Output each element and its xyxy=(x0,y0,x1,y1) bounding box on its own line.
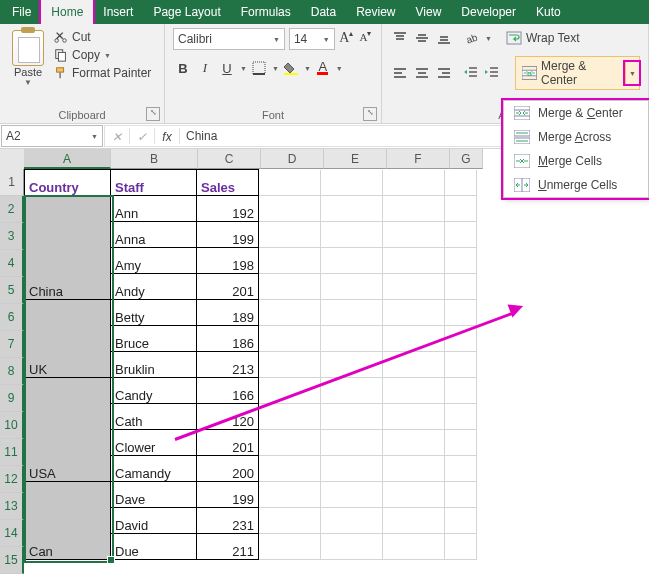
cell[interactable] xyxy=(259,196,321,222)
cell[interactable] xyxy=(321,196,383,222)
cell[interactable]: Andy xyxy=(111,274,197,300)
cell[interactable] xyxy=(445,534,477,560)
orientation-button[interactable]: ab xyxy=(462,28,482,48)
cell[interactable]: 231 xyxy=(197,508,259,534)
row-header-2[interactable]: 2 xyxy=(0,196,24,223)
cell[interactable]: Cath xyxy=(111,404,197,430)
cell[interactable] xyxy=(383,456,445,482)
cell[interactable]: 120 xyxy=(197,404,259,430)
cell[interactable] xyxy=(445,430,477,456)
cell[interactable] xyxy=(259,248,321,274)
row-header-5[interactable]: 5 xyxy=(0,277,24,304)
cell[interactable] xyxy=(445,352,477,378)
col-header-A[interactable]: A xyxy=(24,149,111,169)
cell[interactable] xyxy=(259,274,321,300)
cell[interactable]: UK xyxy=(25,300,111,378)
cell[interactable] xyxy=(445,222,477,248)
tab-developer[interactable]: Developer xyxy=(451,0,526,24)
align-top-button[interactable] xyxy=(390,28,410,48)
cell[interactable] xyxy=(445,456,477,482)
cell[interactable] xyxy=(321,326,383,352)
select-all-corner[interactable] xyxy=(0,149,25,170)
cell[interactable]: Due xyxy=(111,534,197,560)
cell[interactable] xyxy=(445,300,477,326)
font-name-select[interactable]: Calibri▼ xyxy=(173,28,285,50)
cell[interactable] xyxy=(383,248,445,274)
cell[interactable] xyxy=(259,404,321,430)
cell[interactable]: Amy xyxy=(111,248,197,274)
row-header-8[interactable]: 8 xyxy=(0,358,24,385)
cell[interactable]: 200 xyxy=(197,456,259,482)
cell[interactable]: Camandy xyxy=(111,456,197,482)
cell[interactable] xyxy=(321,534,383,560)
cell[interactable] xyxy=(383,274,445,300)
cell[interactable]: 189 xyxy=(197,300,259,326)
row-header-7[interactable]: 7 xyxy=(0,331,24,358)
row-header-9[interactable]: 9 xyxy=(0,385,24,412)
cell[interactable]: Bruce xyxy=(111,326,197,352)
cell[interactable] xyxy=(321,508,383,534)
underline-button[interactable]: U xyxy=(217,58,237,78)
cells-area[interactable]: CountryStaffSalesChinaAnn192Anna199Amy19… xyxy=(24,169,477,560)
bold-button[interactable]: B xyxy=(173,58,193,78)
cancel-formula-button[interactable]: ✕ xyxy=(105,128,130,144)
cell[interactable]: 198 xyxy=(197,248,259,274)
row-header-15[interactable]: 15 xyxy=(0,547,24,574)
font-color-button[interactable]: A xyxy=(313,58,333,78)
cell[interactable]: Country xyxy=(25,170,111,196)
cell[interactable] xyxy=(445,404,477,430)
cell[interactable]: 192 xyxy=(197,196,259,222)
menu-merge-cells[interactable]: Merge Cells xyxy=(504,149,648,173)
cell[interactable]: 166 xyxy=(197,378,259,404)
row-header-10[interactable]: 10 xyxy=(0,412,24,439)
align-middle-button[interactable] xyxy=(412,28,432,48)
cell[interactable]: Sales xyxy=(197,170,259,196)
cell[interactable] xyxy=(321,482,383,508)
cell[interactable] xyxy=(321,430,383,456)
cell[interactable]: USA xyxy=(25,378,111,482)
cell[interactable]: 213 xyxy=(197,352,259,378)
cell[interactable] xyxy=(383,170,445,196)
cell[interactable] xyxy=(321,352,383,378)
cut-button[interactable]: Cut xyxy=(54,30,151,44)
cell[interactable] xyxy=(445,482,477,508)
cell[interactable]: Ann xyxy=(111,196,197,222)
cell[interactable] xyxy=(383,196,445,222)
copy-dropdown-icon[interactable]: ▼ xyxy=(104,52,111,59)
merge-center-dropdown[interactable]: ▼ xyxy=(625,62,639,84)
cell[interactable] xyxy=(259,430,321,456)
tab-file[interactable]: File xyxy=(2,0,41,24)
copy-button[interactable]: Copy ▼ xyxy=(54,48,151,62)
increase-font-button[interactable]: A▴ xyxy=(339,29,354,49)
cell[interactable] xyxy=(383,482,445,508)
cell[interactable] xyxy=(321,456,383,482)
cell[interactable] xyxy=(445,326,477,352)
row-header-3[interactable]: 3 xyxy=(0,223,24,250)
tab-insert[interactable]: Insert xyxy=(93,0,143,24)
decrease-font-button[interactable]: A▾ xyxy=(358,29,373,49)
align-right-button[interactable] xyxy=(434,63,454,83)
cell[interactable] xyxy=(259,326,321,352)
menu-unmerge-cells[interactable]: Unmerge Cells xyxy=(504,173,648,197)
row-header-1[interactable]: 1 xyxy=(0,169,24,196)
cell[interactable] xyxy=(445,508,477,534)
col-header-B[interactable]: B xyxy=(111,149,198,169)
tab-home[interactable]: Home xyxy=(41,0,93,24)
cell[interactable]: David xyxy=(111,508,197,534)
cell[interactable] xyxy=(259,378,321,404)
font-launcher[interactable]: ⤡ xyxy=(363,107,377,121)
cell[interactable] xyxy=(321,248,383,274)
col-header-F[interactable]: F xyxy=(387,149,450,169)
cell[interactable] xyxy=(445,248,477,274)
cell[interactable] xyxy=(383,508,445,534)
tab-kuto[interactable]: Kuto xyxy=(526,0,571,24)
cell[interactable] xyxy=(321,274,383,300)
enter-formula-button[interactable]: ✓ xyxy=(130,128,155,144)
row-header-13[interactable]: 13 xyxy=(0,493,24,520)
row-header-14[interactable]: 14 xyxy=(0,520,24,547)
align-bottom-button[interactable] xyxy=(434,28,454,48)
cell[interactable] xyxy=(383,404,445,430)
col-header-E[interactable]: E xyxy=(324,149,387,169)
tab-page-layout[interactable]: Page Layout xyxy=(143,0,230,24)
cell[interactable] xyxy=(383,222,445,248)
